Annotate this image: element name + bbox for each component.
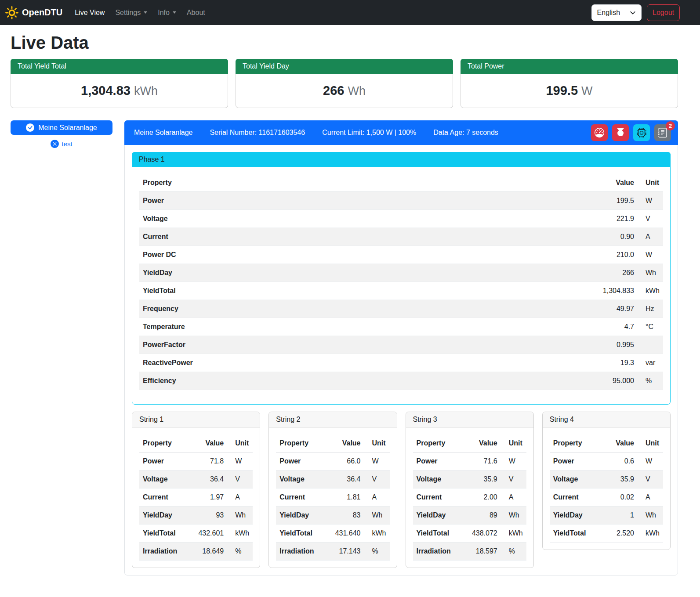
table-row: Temperature4.7°C: [139, 318, 663, 336]
value-cell: 432.601: [189, 525, 227, 543]
sun-icon: [5, 6, 18, 19]
card-title: Total Power: [461, 59, 678, 74]
logout-button[interactable]: Logout: [647, 4, 680, 21]
unit-cell: A: [638, 228, 663, 246]
table-row: YieldTotal432.601kWh: [139, 525, 253, 543]
unit-cell: A: [638, 488, 663, 507]
table-row: Current1.97A: [139, 488, 253, 507]
navbar-right: English Logout: [591, 4, 680, 21]
value-cell: 1: [603, 507, 638, 525]
column-header: Property: [139, 434, 189, 452]
phase-panel-title: Phase 1: [132, 152, 671, 167]
unit-cell: Wh: [227, 507, 253, 525]
property-cell: YieldDay: [139, 264, 437, 282]
unit-cell: kWh: [638, 525, 663, 543]
value-cell: 431.640: [326, 525, 364, 543]
inverter-selector-sidebar: Meine Solaranlage test: [11, 120, 116, 148]
inverter-card-header: Meine Solaranlage Serial Number: 1161716…: [124, 120, 678, 145]
nav-item-info[interactable]: Info: [152, 5, 181, 20]
property-cell: Irradiation: [139, 543, 189, 561]
table-row: Power0.6W: [550, 452, 663, 470]
value-cell: 266: [437, 264, 638, 282]
column-header: Value: [437, 174, 638, 192]
property-cell: YieldDay: [413, 507, 462, 525]
unit-cell: %: [227, 543, 253, 561]
language-selected-value: English: [597, 9, 620, 17]
property-cell: Current: [413, 488, 462, 507]
property-cell: Current: [139, 228, 437, 246]
property-cell: Voltage: [550, 470, 603, 488]
string-card-title: String 1: [132, 412, 260, 427]
property-cell: Current: [550, 488, 603, 507]
value-cell: 95.000: [437, 372, 638, 390]
value-cell: 1.81: [326, 488, 364, 507]
phase-table: PropertyValueUnitPower199.5WVoltage221.9…: [139, 174, 663, 390]
unit-cell: A: [501, 488, 526, 507]
unit-cell: Wh: [638, 264, 663, 282]
card-title: Total Yield Day: [236, 59, 453, 74]
nav-item-settings[interactable]: Settings: [110, 5, 152, 20]
column-header: Value: [462, 434, 501, 452]
limit-settings-button[interactable]: [591, 124, 608, 141]
string-card-body: PropertyValueUnitPower0.6WVoltage35.9VCu…: [543, 427, 670, 543]
check-circle-icon: [26, 123, 34, 132]
card-value: 1,304.83kWh: [11, 74, 228, 108]
language-select[interactable]: English: [591, 4, 642, 21]
total-yield-total-card: Total Yield Total 1,304.83kWh: [11, 59, 228, 108]
string-card-body: PropertyValueUnitPower71.8WVoltage36.4VC…: [132, 427, 260, 561]
property-cell: Power: [139, 452, 189, 470]
property-cell: ReactivePower: [139, 354, 437, 372]
event-log-button[interactable]: 2: [654, 124, 671, 141]
string-card-body: PropertyValueUnitPower71.6WVoltage35.9VC…: [406, 427, 533, 561]
card-title: Total Yield Total: [11, 59, 228, 74]
table-row: Irradiation18.649%: [139, 543, 253, 561]
value-cell: 0.995: [437, 336, 638, 354]
column-header: Value: [603, 434, 638, 452]
value-cell: 2.520: [603, 525, 638, 543]
table-row: YieldDay266Wh: [139, 264, 663, 282]
unit-cell: Wh: [638, 507, 663, 525]
column-header: Unit: [364, 434, 390, 452]
unit-cell: V: [364, 470, 390, 488]
summary-cards-row: Total Yield Total 1,304.83kWh Total Yiel…: [11, 59, 678, 108]
device-info-button[interactable]: [633, 124, 650, 141]
selected-inverter-button[interactable]: Meine Solaranlage: [11, 120, 112, 135]
property-cell: PowerFactor: [139, 336, 437, 354]
nav-item-live-view[interactable]: Live View: [69, 5, 110, 20]
value-cell: 19.3: [437, 354, 638, 372]
value-cell: 17.143: [326, 543, 364, 561]
card-value: 199.5W: [461, 74, 678, 108]
property-cell: Voltage: [413, 470, 462, 488]
journal-text-icon: [658, 128, 667, 137]
unit-cell: A: [227, 488, 253, 507]
table-row: YieldDay93Wh: [139, 507, 253, 525]
value-cell: 1.97: [189, 488, 227, 507]
unit-cell: var: [638, 354, 663, 372]
column-header: Property: [139, 174, 437, 192]
property-cell: YieldDay: [550, 507, 603, 525]
unit-cell: W: [364, 452, 390, 470]
brand[interactable]: OpenDTU: [5, 6, 62, 19]
nav-item-about[interactable]: About: [181, 5, 210, 20]
power-control-button[interactable]: [612, 124, 629, 141]
column-header: Property: [413, 434, 462, 452]
value-cell: 18.649: [189, 543, 227, 561]
value: 266: [323, 83, 344, 98]
value-cell: 49.97: [437, 300, 638, 318]
value-cell: 210.0: [437, 246, 638, 264]
table-row: Current1.81A: [276, 488, 389, 507]
inverter-name: Meine Solaranlage: [134, 129, 192, 137]
inverter-card-body: Phase 1 PropertyValueUnitPower199.5WVolt…: [125, 145, 678, 575]
unit-cell: W: [501, 452, 526, 470]
caret-down-icon: [144, 11, 147, 14]
value-cell: 2.00: [462, 488, 501, 507]
value-cell: 18.597: [462, 543, 501, 561]
property-cell: Power DC: [139, 246, 437, 264]
value-cell: 36.4: [326, 470, 364, 488]
inverter-serial: Serial Number: 116171603546: [210, 129, 305, 137]
nav-item-label: About: [187, 9, 205, 17]
value-cell: 93: [189, 507, 227, 525]
column-header: Value: [189, 434, 227, 452]
inverter-item-test[interactable]: test: [11, 140, 112, 148]
property-cell: Voltage: [139, 470, 189, 488]
